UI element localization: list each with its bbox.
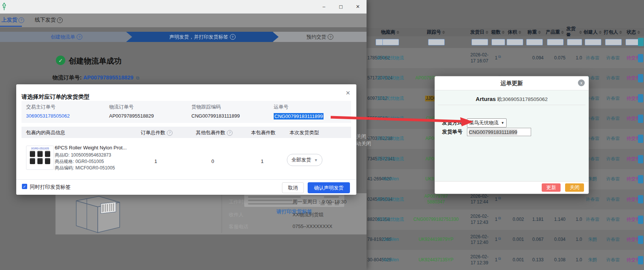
contact-value: 周一至周日：9:00–18:30	[293, 199, 347, 205]
row-action-button[interactable]	[638, 216, 643, 224]
row-action-button[interactable]	[638, 94, 643, 102]
column-header-tracking[interactable]: 跟踪号	[408, 28, 464, 36]
row-action-button[interactable]	[638, 256, 643, 264]
date-line: 17 12:43	[470, 220, 488, 226]
filter-input[interactable]	[491, 39, 505, 45]
copy-icon[interactable]: ⧉	[498, 256, 501, 261]
update-button[interactable]: 更新	[542, 183, 561, 192]
divider	[438, 105, 585, 105]
product-thumbnail[interactable]: 0GR0-051005	[26, 146, 54, 170]
header-label: 其他包裹件数	[196, 129, 225, 136]
sort-carets-icon[interactable]	[502, 31, 505, 34]
row-action-button[interactable]	[638, 195, 643, 203]
row-action-button[interactable]	[638, 54, 643, 62]
filter-input[interactable]	[526, 39, 543, 45]
table-cell-carrier: 菜鸟无忧物流	[377, 209, 404, 230]
info-value[interactable]: 3069053178505062	[26, 113, 70, 119]
filter-input[interactable]	[567, 39, 582, 45]
input-value: CNG00799183111899	[469, 129, 517, 135]
sort-carets-icon[interactable]	[538, 31, 541, 34]
table-cell-packer: 许春雷	[603, 230, 623, 250]
info-value: CNG00799183111899	[274, 113, 324, 119]
copy-icon[interactable]: ⧉	[498, 54, 501, 59]
sort-carets-icon[interactable]	[637, 31, 640, 34]
table-row[interactable]: 78-8192265YanWenUK924419879YP2026-02-17 …	[362, 230, 644, 250]
filter-action-button[interactable]	[638, 38, 644, 46]
copy-icon[interactable]: ⧉	[136, 75, 139, 81]
order-value[interactable]: AP00797895518829	[83, 74, 133, 81]
close-icon[interactable]: ✕	[345, 90, 350, 96]
filter-input[interactable]	[585, 39, 601, 45]
copy-icon[interactable]: ⧉	[498, 196, 501, 200]
filter-input[interactable]	[547, 39, 564, 45]
divider	[222, 195, 222, 233]
filter-input[interactable]	[382, 39, 399, 45]
contact-label: 客服电话	[229, 223, 248, 230]
column-header-status[interactable]: 状态	[624, 28, 643, 36]
sort-carets-icon[interactable]	[561, 31, 564, 34]
ship-method-select[interactable]: 菜鸟无忧物流▼	[467, 118, 507, 127]
row-action-button[interactable]	[638, 74, 643, 82]
close-icon[interactable]: x	[578, 79, 585, 86]
print-label-checkbox[interactable]: ✓	[22, 184, 27, 189]
column-header-creator[interactable]: 创建人	[583, 28, 602, 36]
filter-input[interactable]	[507, 39, 523, 45]
filter-input[interactable]	[605, 39, 622, 45]
row-action-button[interactable]	[638, 135, 643, 143]
row-action-button[interactable]	[638, 175, 643, 183]
field-label: 发货方式	[442, 119, 464, 126]
column-header-boxes[interactable]: 箱数	[491, 28, 505, 36]
close-button[interactable]: 关闭	[565, 183, 584, 192]
column-header-packer[interactable]: 打包人	[603, 28, 623, 36]
sort-carets-icon[interactable]	[485, 31, 488, 34]
sort-carets-icon[interactable]	[442, 31, 445, 34]
column-header-date[interactable]: 发货日	[467, 28, 491, 36]
table-row[interactable]: 30-8045025YanWenUK924437135YP2026-02-17 …	[362, 250, 644, 270]
contact-label: 工作时间	[229, 199, 248, 205]
sort-carets-icon[interactable]	[619, 31, 622, 34]
table-row[interactable]: 882061358菜鸟无忧物流CNG007991827513302026-02-…	[362, 209, 644, 230]
header-label: 包裹内的商品信息	[26, 129, 65, 136]
ship-type-select[interactable]: 全部发货 ▼	[287, 154, 322, 166]
cancel-button[interactable]: 取消	[282, 182, 304, 193]
minimize-button[interactable]: –	[317, 0, 330, 13]
product-col-header: 包裹内的商品信息	[26, 129, 65, 136]
field-label: 发货单号	[442, 129, 464, 135]
table-row[interactable]: 178505062菜鸟无忧物流2026-02-17 16:071⧉0.0940.…	[362, 48, 644, 68]
sort-carets-icon[interactable]	[579, 31, 582, 34]
filter-input[interactable]	[471, 39, 488, 45]
row-action-button[interactable]	[638, 236, 643, 244]
table-cell-date: 2026-02-17 12:40	[467, 230, 491, 250]
confirm-declare-button[interactable]: 确认声明发货	[308, 182, 350, 193]
modal-body: Arturas 欧3069053178505062 发货方式菜鸟无忧物流▼发货单…	[435, 90, 589, 181]
row-action-button[interactable]	[638, 115, 643, 123]
column-header-product_weight[interactable]: 产品重	[544, 28, 565, 36]
product-spec: 商品规格: 0GR0-051005	[55, 158, 104, 165]
tab-offline-ship[interactable]: 线下发货?	[35, 17, 63, 23]
column-header-weight[interactable]: 称重	[525, 28, 544, 36]
table-cell-packer: 许春雷	[603, 169, 623, 189]
table-cell-carrier: 菜鸟无忧物流	[377, 149, 404, 169]
maximize-button[interactable]: ◻	[334, 0, 347, 13]
header-label: 发货日	[470, 29, 485, 36]
row-action-button[interactable]	[638, 155, 643, 163]
waybill-number-input[interactable]: CNG00799183111899	[467, 128, 531, 136]
help-icon: ?	[77, 34, 82, 40]
product-image	[26, 151, 54, 164]
filter-input[interactable]	[428, 39, 445, 45]
table-cell-weight: 0.067	[525, 230, 544, 250]
table-cell-carrier: YanWen	[377, 169, 404, 189]
close-button[interactable]: ✕	[351, 0, 364, 13]
tab-online-ship[interactable]: 上发货?	[2, 17, 24, 23]
sort-carets-icon[interactable]	[396, 31, 399, 34]
copy-icon[interactable]: ⧉	[498, 216, 501, 220]
copy-icon[interactable]: ⧉	[498, 236, 501, 241]
table-cell-creator: 许春雷	[583, 209, 602, 230]
sort-carets-icon[interactable]	[518, 31, 521, 34]
column-header-volume[interactable]: 体积	[505, 28, 524, 36]
sort-carets-icon[interactable]	[599, 31, 602, 34]
product-code: 商品编码: MICF0GR0-051005	[55, 165, 115, 171]
table-cell-product_weight: 0.034	[544, 230, 565, 250]
column-header-qty[interactable]: 发货量	[566, 28, 582, 36]
column-header-carrier[interactable]: 物流商	[377, 28, 404, 36]
